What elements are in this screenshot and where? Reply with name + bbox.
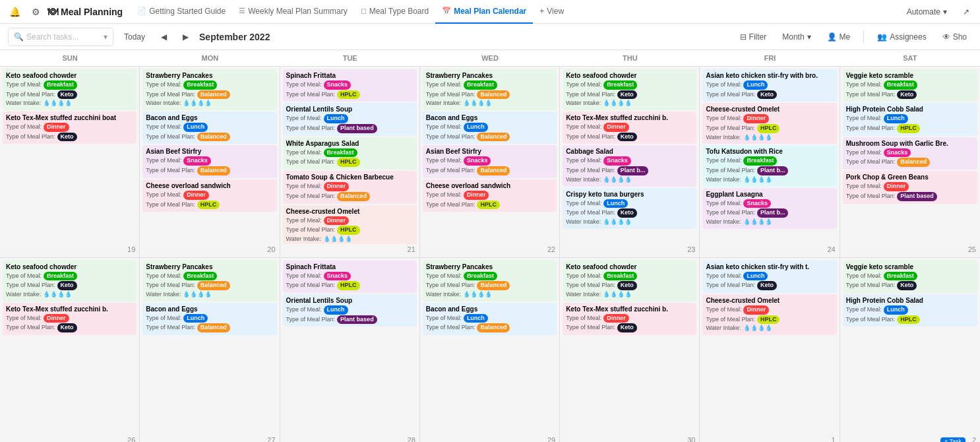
prev-month-button[interactable]: ◀ [156, 30, 172, 44]
cal-cell-2-2[interactable]: Spinach FrittataType of Meal:SnacksType … [280, 258, 420, 442]
event-title: Bacon and Eggs [146, 305, 273, 313]
settings-icon[interactable]: ⚙ [26, 3, 45, 21]
event-card[interactable]: Keto seafood chowderType of Meal:Breakfa… [563, 261, 696, 301]
cal-cell-1-5[interactable]: Asian keto chicken stir-fry with bro.Typ… [700, 67, 840, 257]
today-button[interactable]: Today [119, 30, 150, 44]
meal-plan-badge: Keto [757, 90, 777, 100]
toolbar: 🔍 Search tasks... ▾ Today ◀ ▶ September … [0, 24, 980, 50]
cal-cell-1-0[interactable]: Keto seafood chowderType of Meal:Breakfa… [0, 67, 140, 257]
event-card[interactable]: Veggie keto scrambleType of Meal:Breakfa… [843, 261, 977, 293]
event-card[interactable]: Crispy keto tuna burgersType of Meal:Lun… [563, 188, 696, 229]
cal-cell-2-3[interactable]: Strawberry PancakesType of Meal:Breakfas… [420, 258, 560, 442]
search-box[interactable]: 🔍 Search tasks... ▾ [8, 28, 113, 46]
event-card[interactable]: Asian keto chicken stir-fry with t.Type … [702, 261, 836, 293]
event-card[interactable]: Bacon and EggsType of Meal:LunchType of … [423, 303, 557, 335]
event-card[interactable]: Mushroom Soup with Garlic Bre.Type of Me… [843, 137, 977, 170]
event-meal-type-row: Type of Meal:Lunch [706, 80, 833, 90]
cell-content: Asian keto chicken stir-fry with bro.Typ… [702, 69, 836, 244]
event-card[interactable]: Strawberry PancakesType of Meal:Breakfas… [142, 69, 276, 110]
title-text: Meal Planning [61, 7, 123, 17]
search-dropdown-icon[interactable]: ▾ [104, 32, 107, 42]
event-card[interactable]: Keto Tex-Mex stuffed zucchini b.Type of … [563, 303, 696, 335]
cal-cell-2-0[interactable]: Keto seafood chowderType of Meal:Breakfa… [0, 258, 140, 442]
meal-type-badge: Breakfast [44, 80, 77, 90]
cal-cell-1-1[interactable]: Strawberry PancakesType of Meal:Breakfas… [140, 67, 280, 257]
month-select[interactable]: Month ▾ [777, 30, 816, 44]
type-of-meal-plan-label: Type of Meal Plan: [846, 316, 896, 324]
filter-button[interactable]: ⊟ Filter [735, 30, 772, 44]
type-of-meal-plan-label: Type of Meal Plan: [426, 282, 475, 290]
type-of-meal-plan-label: Type of Meal Plan: [566, 133, 615, 141]
event-card[interactable]: Asian Beef StirfryType of Meal:SnacksTyp… [142, 145, 276, 177]
event-card[interactable]: High Protein Cobb SaladType of Meal:Lunc… [843, 103, 977, 135]
event-card[interactable]: Cheese-crusted OmeletType of Meal:Dinner… [283, 205, 417, 244]
tab-meal-plan-calendar[interactable]: 📅 Meal Plan Calendar [435, 0, 533, 24]
event-card[interactable]: Pork Chop & Green BeansType of Meal:Dinn… [843, 171, 977, 203]
event-card[interactable]: Keto Tex-Mex stuffed zucchini boatType o… [3, 111, 137, 144]
tab-getting-started[interactable]: 📄 Getting Started Guide [131, 0, 232, 24]
cal-cell-1-2[interactable]: Spinach FrittataType of Meal:SnacksType … [280, 67, 420, 257]
event-card[interactable]: Cheese overload sandwichType of Meal:Din… [142, 179, 276, 212]
event-card[interactable]: Cheese-crusted OmeletType of Meal:Dinner… [702, 103, 836, 144]
event-card[interactable]: Strawberry PancakesType of Meal:Breakfas… [142, 261, 276, 301]
event-card[interactable]: Keto Tex-Mex stuffed zucchini b.Type of … [563, 111, 696, 144]
event-card[interactable]: Oriental Lentils SoupType of Meal:LunchT… [283, 103, 417, 135]
event-meal-type-row: Type of Meal:Breakfast [146, 80, 273, 90]
cal-cell-1-6[interactable]: Veggie keto scrambleType of Meal:Breakfa… [840, 67, 980, 257]
event-title: Cheese overload sandwich [426, 181, 553, 190]
event-card[interactable]: White Asparagus SaladType of Meal:Breakf… [283, 137, 417, 170]
type-of-meal-label: Type of Meal: [566, 81, 601, 89]
cal-cell-1-3[interactable]: Strawberry PancakesType of Meal:Breakfas… [420, 67, 560, 257]
event-card[interactable]: High Protein Cobb SaladType of Meal:Lunc… [843, 294, 977, 327]
cal-cell-1-4[interactable]: Keto seafood chowderType of Meal:Breakfa… [560, 67, 700, 257]
person-icon: 👤 [827, 32, 837, 42]
event-title: Keto Tex-Mex stuffed zucchini b. [6, 305, 133, 313]
event-meal-type-row: Type of Meal:Lunch [706, 272, 833, 281]
meal-plan-badge: Keto [897, 281, 917, 290]
cal-cell-2-6[interactable]: Veggie keto scrambleType of Meal:Breakfa… [840, 258, 980, 442]
event-card[interactable]: Eggplant LasagnaType of Meal:SnacksType … [702, 188, 836, 229]
event-card[interactable]: Bacon and EggsType of Meal:LunchType of … [142, 111, 276, 144]
event-card[interactable]: Veggie keto scrambleType of Meal:Breakfa… [843, 69, 977, 102]
event-card[interactable]: Spinach FrittataType of Meal:SnacksType … [283, 69, 417, 102]
event-card[interactable]: Strawberry PancakesType of Meal:Breakfas… [423, 69, 557, 110]
event-card[interactable]: Keto seafood chowderType of Meal:Breakfa… [563, 69, 696, 110]
eye-icon: 👁 [942, 32, 950, 42]
meal-type-badge: Lunch [464, 123, 488, 132]
tab-view-plus[interactable]: + View [533, 0, 570, 24]
event-card[interactable]: Spinach FrittataType of Meal:SnacksType … [283, 261, 417, 293]
event-card[interactable]: Bacon and EggsType of Meal:LunchType of … [142, 303, 276, 335]
me-button[interactable]: 👤 Me [822, 30, 856, 44]
event-card[interactable]: Cheese overload sandwichType of Meal:Din… [423, 179, 557, 212]
cal-cell-2-4[interactable]: Keto seafood chowderType of Meal:Breakfa… [560, 258, 700, 442]
event-card[interactable]: Oriental Lentils SoupType of Meal:LunchT… [283, 294, 417, 327]
tab-meal-type-board[interactable]: ◻ Meal Type Board [354, 0, 436, 24]
event-card[interactable]: Strawberry PancakesType of Meal:Breakfas… [423, 261, 557, 301]
event-card[interactable]: Keto seafood chowderType of Meal:Breakfa… [3, 261, 137, 301]
event-water-row: Water Intake:💧💧💧💧 [566, 218, 693, 226]
doc-icon: 📄 [137, 7, 146, 15]
event-card[interactable]: Cheese-crusted OmeletType of Meal:Dinner… [702, 294, 836, 335]
event-card[interactable]: Keto Tex-Mex stuffed zucchini b.Type of … [3, 303, 137, 335]
show-button[interactable]: 👁 Sho [937, 30, 972, 44]
meal-plan-badge: Keto [897, 90, 917, 100]
add-task-button[interactable]: + Task [940, 437, 965, 442]
meal-type-badge: Dinner [743, 114, 769, 123]
cal-cell-2-5[interactable]: Asian keto chicken stir-fry with t.Type … [700, 258, 840, 442]
assignees-button[interactable]: 👥 Assignees [872, 30, 931, 44]
event-card[interactable]: Asian Beef StirfryType of Meal:SnacksTyp… [423, 145, 557, 177]
automate-button[interactable]: Automate ▾ [902, 5, 952, 19]
next-month-button[interactable]: ▶ [177, 30, 194, 44]
cal-cell-2-1[interactable]: Strawberry PancakesType of Meal:Breakfas… [140, 258, 280, 442]
meal-plan-badge: Keto [57, 281, 77, 290]
event-card[interactable]: Keto seafood chowderType of Meal:Breakfa… [3, 69, 137, 110]
event-card[interactable]: Tomato Soup & Chicken BarbecueType of Me… [283, 171, 417, 203]
tab-weekly-summary[interactable]: ☰ Weekly Meal Plan Summary [232, 0, 354, 24]
event-card[interactable]: Tofu Katsudon with RiceType of Meal:Brea… [702, 145, 836, 186]
event-card[interactable]: Bacon and EggsType of Meal:LunchType of … [423, 111, 557, 144]
notification-icon[interactable]: 🔔 [5, 3, 24, 21]
event-card[interactable]: Asian keto chicken stir-fry with bro.Typ… [702, 69, 836, 102]
meal-type-badge: Lunch [324, 114, 348, 123]
event-card[interactable]: Cabbage SaladType of Meal:SnacksType of … [563, 145, 696, 186]
share-button[interactable]: ↗ [958, 5, 975, 19]
